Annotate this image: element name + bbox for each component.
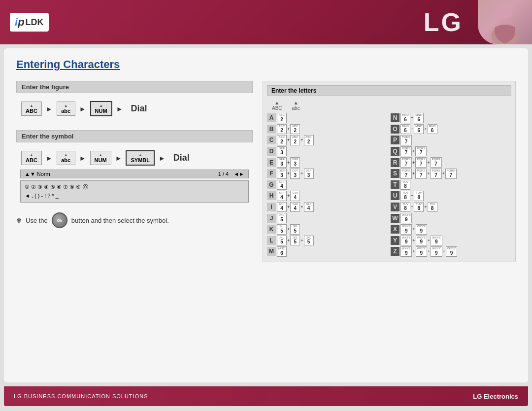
letter-h: H bbox=[267, 191, 276, 200]
abc-cap-arrow: ▲ bbox=[272, 100, 282, 105]
abc-key-lower2[interactable]: ▲ abc bbox=[57, 151, 75, 165]
use-note: ✾ Use the Ok button and then select the … bbox=[16, 212, 253, 228]
use-note-text2: button and then select the symbol. bbox=[71, 217, 169, 224]
table-row: C ABC2 + ABC2 + ABC2 bbox=[267, 135, 388, 145]
letter-o: O bbox=[391, 125, 399, 134]
symbl-key[interactable]: ▲ SYMBL bbox=[126, 150, 155, 166]
arrow5: ► bbox=[79, 154, 86, 162]
letter-a: A bbox=[267, 113, 276, 122]
letter-w: W bbox=[391, 214, 399, 223]
seq-r: PQRS7 + PQRS7 + PQRS7 bbox=[400, 157, 511, 168]
footer: LG Business Communication Solutions LG E… bbox=[4, 386, 528, 406]
letter-k: K bbox=[267, 225, 276, 234]
main-content: Entering Characters Enter the figure ▲ A… bbox=[4, 48, 528, 382]
letter-s: S bbox=[391, 169, 399, 178]
seq-m: MNO6 bbox=[277, 246, 388, 257]
abc-cap-text: ABC bbox=[272, 105, 282, 111]
right-panel: Enter the letters ▲ ABC ▲ abc bbox=[263, 81, 516, 373]
table-row: Y WXYZ9 + WXYZ9 + WXYZ9 bbox=[391, 236, 511, 246]
table-row: J JKL5 bbox=[267, 213, 388, 223]
abc-low-arrow: ▲ bbox=[292, 100, 300, 105]
letter-b: B bbox=[267, 125, 276, 134]
seq-z: WXYZ9 + WXYZ9 + WXYZ9 + WXYZ9 bbox=[400, 246, 511, 257]
seq-y: WXYZ9 + WXYZ9 + WXYZ9 bbox=[400, 236, 511, 246]
seq-a: ABC2 bbox=[277, 113, 388, 123]
letter-g: G bbox=[267, 180, 276, 189]
letter-z: Z bbox=[391, 247, 399, 256]
letter-l: L bbox=[267, 236, 276, 245]
letter-m: M bbox=[267, 247, 276, 256]
letter-d: D bbox=[267, 147, 276, 156]
seq-l: JKL5 + JKL5 + JKL5 bbox=[277, 236, 388, 246]
figure-section: Enter the figure ▲ ABC ► ▲ abc ► ▲ NUM bbox=[16, 81, 253, 120]
letter-p: P bbox=[391, 136, 399, 144]
letter-j: J bbox=[267, 214, 276, 223]
asterisk: ✾ bbox=[16, 217, 22, 224]
abc-cap-label: ▲ ABC bbox=[272, 100, 282, 111]
letter-q: Q bbox=[391, 147, 399, 156]
seq-p: PQRS7 bbox=[400, 135, 511, 145]
header-photo bbox=[478, 0, 532, 44]
page-title: Entering Characters bbox=[16, 58, 516, 71]
seq-c: ABC2 + ABC2 + ABC2 bbox=[277, 135, 388, 145]
num-key2[interactable]: ▲ NUM bbox=[90, 151, 111, 165]
table-row: F DEF3 + DEF3 + DEF3 bbox=[267, 169, 388, 179]
abc-labels: ▲ ABC ▲ abc bbox=[272, 100, 511, 111]
left-panel: Enter the figure ▲ ABC ► ▲ abc ► ▲ NUM bbox=[16, 81, 253, 373]
dial-label-symbol: Dial bbox=[173, 153, 190, 163]
table-row: E DEF3 + DEF3 bbox=[267, 157, 388, 168]
seq-h: GHI4 + GHI4 bbox=[277, 191, 388, 201]
arrow4: ► bbox=[46, 154, 53, 162]
content-layout: Enter the figure ▲ ABC ► ▲ abc ► ▲ NUM bbox=[16, 81, 516, 373]
letter-y: Y bbox=[391, 236, 399, 245]
num-key[interactable]: ▲ NUM bbox=[90, 101, 112, 116]
symbol-key-row: ▲ ABC ► ▲ abc ► ▲ NUM ► ▲ bbox=[16, 146, 253, 170]
table-row: D DEF3 bbox=[267, 146, 388, 157]
letters-header: Enter the letters bbox=[267, 85, 511, 96]
letter-table: A ABC2 B ABC2 + ABC2 bbox=[267, 113, 511, 258]
dial-label-figure: Dial bbox=[131, 103, 147, 114]
table-row: B ABC2 + ABC2 bbox=[267, 124, 388, 135]
seq-n: MNO6 + MNO6 bbox=[400, 113, 511, 123]
page-nav[interactable]: ◄► bbox=[233, 171, 244, 177]
key-abc2: ABC2 bbox=[277, 113, 287, 123]
table-row: U TUV8 + TUV8 bbox=[391, 191, 511, 201]
letter-x: X bbox=[391, 225, 399, 234]
table-row: X WXYZ9 + WXYZ9 bbox=[391, 224, 511, 235]
seq-i: GHI4 + GHI4 + GHI4 bbox=[277, 202, 388, 212]
seq-d: DEF3 bbox=[277, 146, 388, 157]
table-row: V TUV8 + TUV8 + TUV8 bbox=[391, 202, 511, 212]
table-row: A ABC2 bbox=[267, 113, 388, 123]
arrow2: ► bbox=[79, 105, 86, 113]
arrow6: ► bbox=[115, 154, 122, 162]
letters-section: Enter the letters ▲ ABC ▲ abc bbox=[263, 81, 516, 262]
seq-v: TUV8 + TUV8 + TUV8 bbox=[400, 202, 511, 212]
abc-key-lower[interactable]: ▲ abc bbox=[57, 102, 75, 116]
arrow3: ► bbox=[116, 105, 123, 113]
figure-key-row: ▲ ABC ► ▲ abc ► ▲ NUM ► Dial bbox=[16, 97, 253, 120]
table-row: R PQRS7 + PQRS7 + PQRS7 bbox=[391, 157, 511, 168]
seq-g: GHI4 bbox=[277, 180, 388, 190]
letter-e: E bbox=[267, 158, 276, 167]
abc-key-cap[interactable]: ▲ ABC bbox=[21, 102, 42, 116]
lg-brand: LG bbox=[424, 7, 463, 37]
ok-button[interactable]: Ok bbox=[52, 212, 67, 228]
abc-key-cap2[interactable]: ▲ ABC bbox=[21, 151, 42, 165]
seq-j: JKL5 bbox=[277, 213, 388, 223]
letter-t: T bbox=[391, 180, 399, 189]
letter-n: N bbox=[391, 113, 399, 122]
footer-right-text: LG Electronics bbox=[473, 393, 518, 400]
seq-f: DEF3 + DEF3 + DEF3 bbox=[277, 169, 388, 179]
table-row: O MNO6 + MNO6 + MNO6 bbox=[391, 124, 511, 135]
symbols-row2: ◄ . ( ) - ! ? * _ bbox=[25, 192, 244, 201]
seq-b: ABC2 + ABC2 bbox=[277, 124, 388, 135]
table-row: P PQRS7 bbox=[391, 135, 511, 145]
symbol-section-label: Enter the symbol bbox=[16, 130, 253, 142]
letter-r: R bbox=[391, 158, 399, 167]
person-icon bbox=[485, 0, 525, 44]
table-row: Q PQRS7 + PQRS7 bbox=[391, 146, 511, 157]
logo-box: ip LDK bbox=[10, 13, 49, 32]
header: ip LDK LG bbox=[0, 0, 532, 44]
table-row: I GHI4 + GHI4 + GHI4 bbox=[267, 202, 388, 212]
table-row: G GHI4 bbox=[267, 180, 388, 190]
